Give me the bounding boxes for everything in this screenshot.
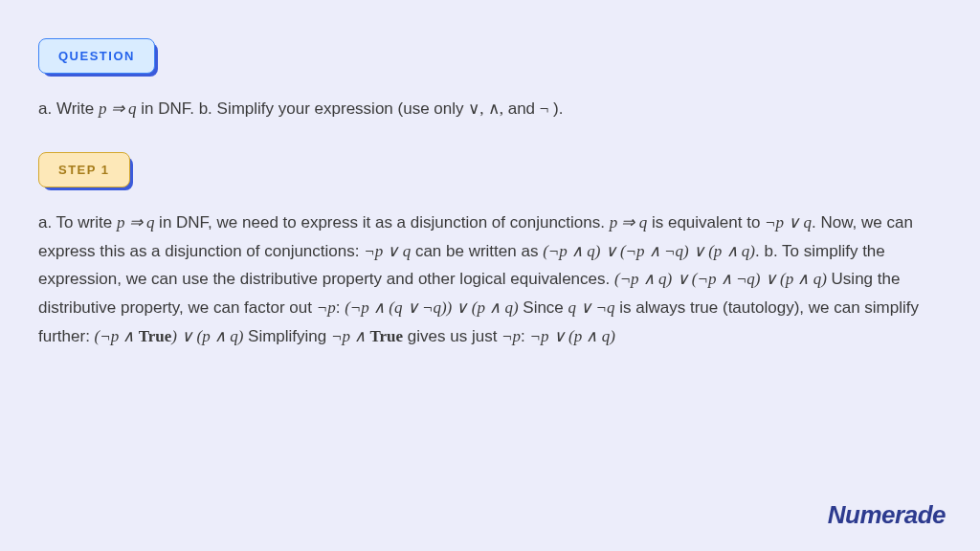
t-e2: p ⇒ q [610, 213, 648, 231]
t-s3: is equivalent to [647, 213, 765, 231]
t-e9: q ∨ ¬q [568, 298, 615, 317]
brand-text: Numerade [828, 500, 946, 529]
t-e1: p ⇒ q [117, 213, 155, 231]
t-s12: gives us just [403, 327, 501, 345]
q-a-prefix: a. Write [38, 99, 99, 118]
t-s8: : [336, 298, 345, 317]
t-e11-a: ¬p ∧ True [331, 327, 403, 345]
t-e7: ¬p [317, 298, 336, 317]
step1-text: a. To write p ⇒ q in DNF, we need to exp… [38, 209, 942, 351]
question-badge-label: QUESTION [58, 49, 135, 63]
t-e6: (¬p ∧ q) ∨ (¬p ∧ ¬q) ∨ (p ∧ q) [614, 270, 827, 288]
t-e8: (¬p ∧ (q ∨ ¬q)) ∨ (p ∧ q) [345, 298, 518, 317]
step1-badge: STEP 1 [38, 152, 130, 187]
t-e5: (¬p ∧ q) ∨ (¬p ∧ ¬q) ∨ (p ∧ q) [543, 242, 755, 260]
t-e10-a: (¬p ∧ True) ∨ (p ∧ q) [95, 327, 244, 345]
q-and: and [503, 99, 540, 118]
step1-badge-label: STEP 1 [58, 163, 110, 177]
brand-logo: Numerade [828, 500, 946, 530]
t-s1: a. To write [38, 213, 117, 231]
t-s9: Since [519, 298, 568, 317]
question-badge: QUESTION [38, 38, 155, 74]
q-a-suffix: in DNF. b. Simplify your expression (use… [136, 99, 468, 118]
t-e3: ¬p ∨ q [765, 213, 812, 231]
t-e13: ¬p ∨ (p ∧ q) [530, 327, 615, 345]
q-close: ). [548, 99, 563, 118]
t-s2: in DNF, we need to express it as a disju… [154, 213, 609, 231]
question-text: a. Write p ⇒ q in DNF. b. Simplify your … [38, 95, 942, 123]
q-neg: ¬ [540, 99, 549, 118]
t-e4: ¬p ∨ q [364, 242, 411, 260]
q-ops: ∨, ∧, [468, 99, 503, 118]
t-s5: can be written as [411, 242, 543, 260]
q-expr-pq: p ⇒ q [99, 99, 137, 118]
t-e12: ¬p [501, 327, 521, 345]
t-s11: Simplifying [243, 327, 331, 345]
t-s13: : [521, 327, 529, 345]
